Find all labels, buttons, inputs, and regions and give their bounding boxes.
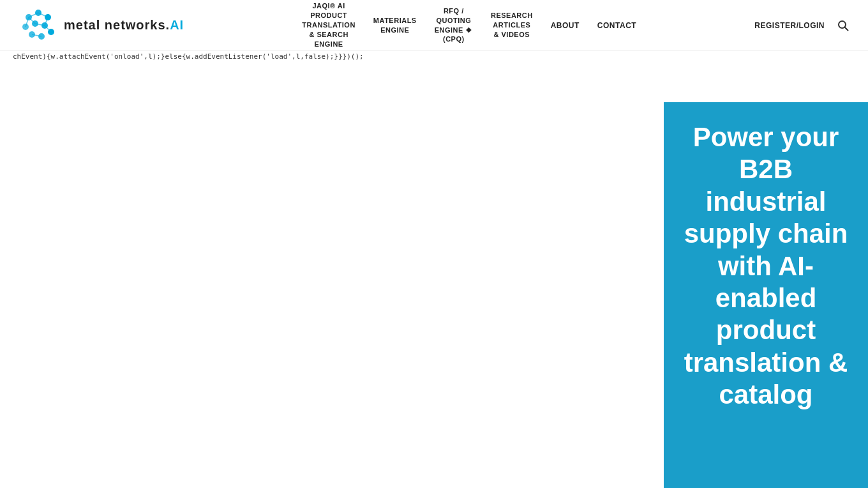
nav-item-contact[interactable]: CONTACT [597,21,636,30]
nav-item-materials[interactable]: MATERIALS ENGINE [373,16,417,35]
logo-text: metal networks.AI [64,18,184,33]
header: metal networks.AI JAQI® AI PRODUCT TRANS… [0,0,868,51]
register-login-button[interactable]: REGISTER/LOGIN [754,21,825,30]
svg-line-18 [845,27,848,30]
svg-line-15 [45,26,51,32]
code-display: window.intercomSettings = { app_id: "xOr… [0,0,664,488]
logo-icon [19,8,57,43]
search-button[interactable] [837,20,849,31]
svg-line-12 [29,17,35,24]
hero-panel: Power your B2B industrial supply chain w… [664,102,868,488]
nav-item-research[interactable]: RESEARCH ARTICLES & VIDEOS [491,11,533,40]
nav-right: REGISTER/LOGIN [754,20,849,31]
main-nav: JAQI® AI PRODUCT TRANSLATION & SEARCH EN… [302,1,636,49]
search-icon [837,20,849,31]
nav-item-about[interactable]: ABOUT [551,21,580,30]
nav-item-rfq[interactable]: RFQ / QUOTING ENGINE ⯁ (CPQ) [435,6,473,44]
logo-area: metal networks.AI [19,8,184,43]
hero-headline: Power your B2B industrial supply chain w… [680,121,852,411]
nav-item-jaoi[interactable]: JAQI® AI PRODUCT TRANSLATION & SEARCH EN… [302,1,355,49]
